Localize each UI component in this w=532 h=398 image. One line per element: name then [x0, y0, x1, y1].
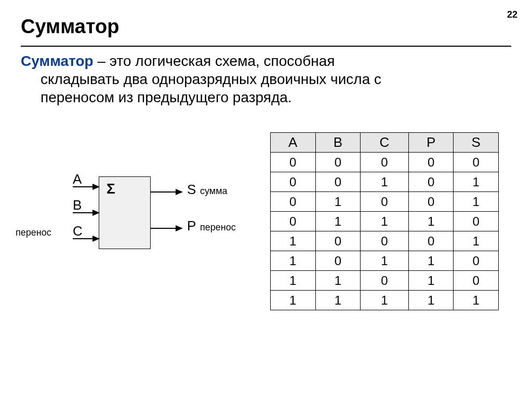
th-p: P [408, 133, 454, 153]
th-s: S [454, 133, 499, 153]
table-cell: 1 [271, 231, 316, 251]
table-cell: 1 [408, 271, 454, 291]
truth-table: A B C P S 000000010101001011101000110110… [270, 132, 499, 310]
table-cell: 1 [454, 172, 499, 192]
table-cell: 1 [315, 192, 361, 212]
table-cell: 0 [361, 153, 409, 172]
table-cell: 0 [361, 231, 409, 251]
table-row: 00000 [271, 153, 499, 172]
table-row: 01001 [271, 192, 499, 212]
table-cell: 0 [361, 271, 409, 291]
table-cell: 0 [361, 192, 409, 212]
definition-text: Сумматор – это логическая схема, способн… [21, 52, 511, 106]
table-cell: 1 [408, 212, 454, 231]
table-cell: 0 [454, 153, 499, 172]
table-cell: 1 [454, 192, 499, 212]
adder-diagram: Σ A B C перенос S сумма P перенос [47, 161, 234, 265]
carry-in-label: перенос [16, 227, 51, 238]
table-cell: 1 [454, 291, 499, 310]
definition-line2: складывать два одноразрядных двоичных чи… [21, 70, 511, 88]
table-row: 10110 [271, 251, 499, 271]
page-title: Сумматор [21, 16, 119, 38]
title-underline [21, 46, 511, 47]
page-number: 22 [507, 9, 517, 20]
table-cell: 0 [315, 172, 361, 192]
table-cell: 0 [408, 153, 454, 172]
table-cell: 1 [408, 291, 454, 310]
table-cell: 0 [315, 231, 361, 251]
table-cell: 1 [361, 291, 409, 310]
table-cell: 1 [271, 291, 316, 310]
table-cell: 1 [271, 271, 316, 291]
table-row: 10001 [271, 231, 499, 251]
table-row: 11111 [271, 291, 499, 310]
table-cell: 1 [454, 231, 499, 251]
table-cell: 0 [408, 231, 454, 251]
table-cell: 0 [408, 192, 454, 212]
table-row: 01110 [271, 212, 499, 231]
diagram-arrows [47, 161, 234, 265]
table-cell: 0 [315, 153, 361, 172]
truth-table-wrap: A B C P S 000000010101001011101000110110… [270, 132, 499, 310]
table-cell: 1 [361, 212, 409, 231]
definition-line1-rest: – это логическая схема, способная [94, 53, 335, 69]
table-cell: 1 [315, 212, 361, 231]
table-cell: 0 [271, 172, 316, 192]
th-b: B [315, 133, 361, 153]
table-cell: 0 [454, 212, 499, 231]
table-cell: 0 [408, 172, 454, 192]
definition-term: Сумматор [21, 53, 94, 69]
table-cell: 0 [271, 192, 316, 212]
table-cell: 1 [271, 251, 316, 271]
table-header-row: A B C P S [271, 133, 499, 153]
table-cell: 1 [315, 271, 361, 291]
table-cell: 1 [315, 291, 361, 310]
table-cell: 1 [408, 251, 454, 271]
table-cell: 0 [315, 251, 361, 271]
th-c: C [361, 133, 409, 153]
table-cell: 1 [361, 251, 409, 271]
table-cell: 0 [454, 271, 499, 291]
table-cell: 1 [361, 172, 409, 192]
table-cell: 0 [271, 153, 316, 172]
table-row: 11010 [271, 271, 499, 291]
table-row: 00101 [271, 172, 499, 192]
definition-line3: переносом из предыдущего разряда. [21, 88, 511, 106]
table-cell: 0 [454, 251, 499, 271]
table-cell: 0 [271, 212, 316, 231]
th-a: A [271, 133, 316, 153]
